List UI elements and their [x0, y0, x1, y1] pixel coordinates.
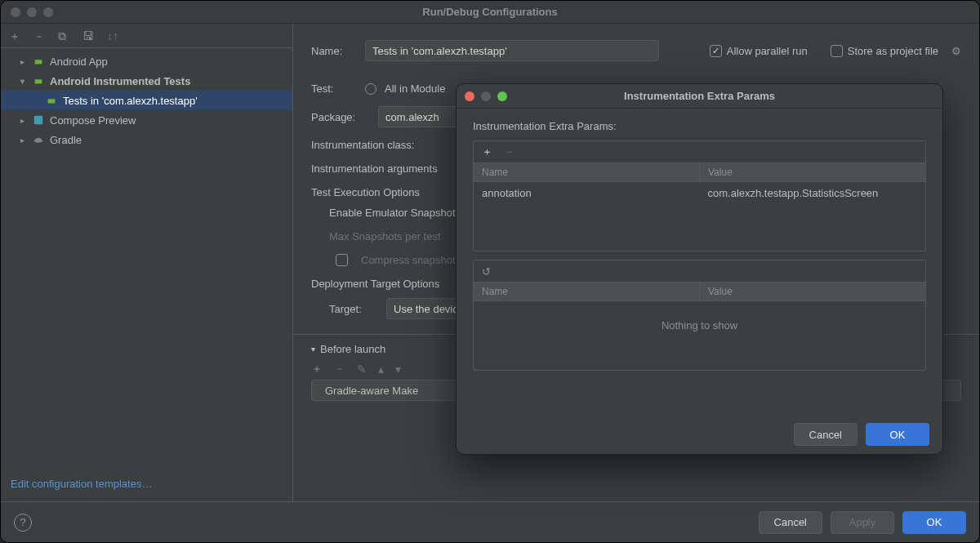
help-icon[interactable]: ?: [14, 514, 32, 532]
minimize-window-icon[interactable]: [27, 7, 37, 17]
remove-task-icon: －: [334, 362, 345, 376]
copy-config-icon[interactable]: ⧉: [58, 30, 71, 42]
param-name-cell[interactable]: annotation: [474, 187, 700, 199]
revert-icon[interactable]: ↺: [482, 265, 491, 278]
instr-class-label: Instrumentation class:: [311, 139, 414, 151]
android-test-icon: [32, 75, 45, 87]
tree-label: Android Instrumented Tests: [50, 75, 190, 87]
column-header-value[interactable]: Value: [700, 283, 925, 300]
window-traffic-lights: [11, 7, 53, 17]
remove-param-icon: －: [504, 145, 514, 159]
before-launch-label: Before launch: [320, 343, 385, 355]
table-row[interactable]: annotation com.alexzh.testapp.Statistics…: [474, 182, 925, 203]
tree-label: Compose Preview: [50, 114, 136, 127]
chevron-right-icon: ▸: [17, 116, 27, 125]
add-config-icon[interactable]: ＋: [9, 30, 22, 42]
extra-params-rows[interactable]: annotation com.alexzh.testapp.Statistics…: [474, 182, 925, 251]
store-as-file-checkbox[interactable]: Store as project file: [831, 45, 938, 57]
ok-button[interactable]: OK: [902, 511, 966, 534]
checkbox-icon: [336, 254, 348, 266]
window-title: Run/Debug Configurations: [1, 6, 979, 18]
dialog-titlebar: Instrumentation Extra Params: [457, 84, 942, 109]
zoom-dialog-icon[interactable]: [497, 91, 507, 101]
allow-parallel-label: Allow parallel run: [727, 45, 808, 57]
chevron-down-icon: ▾: [17, 77, 27, 86]
dialog-cancel-button[interactable]: Cancel: [794, 423, 858, 446]
enable-snapshots-label: Enable Emulator Snapshots: [329, 207, 461, 219]
tree-label: Gradle: [50, 134, 82, 146]
checkbox-icon: [831, 45, 843, 57]
move-up-icon: ▴: [378, 363, 384, 376]
minimize-dialog-icon: [481, 91, 491, 101]
target-label: Target:: [329, 303, 378, 315]
extra-params-table-secondary: ↺ Name Value Nothing to show: [473, 260, 926, 371]
zoom-window-icon[interactable]: [43, 7, 53, 17]
dialog-ok-button[interactable]: OK: [866, 423, 929, 446]
chevron-right-icon: ▸: [17, 136, 27, 145]
sort-config-icon: ↓↑: [107, 30, 120, 42]
column-header-name[interactable]: Name: [474, 163, 700, 181]
edit-task-icon: ✎: [357, 363, 367, 376]
compose-icon: [32, 114, 45, 126]
column-header-value[interactable]: Value: [700, 163, 925, 181]
move-down-icon: ▾: [395, 363, 401, 376]
tree-node-android-app[interactable]: ▸ Android App: [1, 51, 292, 71]
instrumentation-extra-params-dialog: Instrumentation Extra Params Instrumenta…: [456, 83, 943, 455]
package-label: Package:: [311, 111, 370, 123]
tree-label: Android App: [50, 56, 108, 68]
radio-all-in-module[interactable]: [365, 83, 376, 95]
android-test-icon: [45, 95, 58, 106]
column-header-name[interactable]: Name: [474, 283, 700, 300]
remove-config-icon[interactable]: －: [33, 30, 47, 42]
dialog-heading: Instrumentation Extra Params:: [473, 120, 926, 132]
empty-table-message: Nothing to show: [474, 301, 925, 349]
config-name-input[interactable]: [365, 40, 659, 61]
max-snapshots-label: Max Snapshots per test: [329, 230, 441, 243]
tree-node-instrumented-tests[interactable]: ▾ Android Instrumented Tests: [1, 71, 292, 91]
allow-parallel-checkbox[interactable]: Allow parallel run: [710, 45, 808, 57]
store-as-file-label: Store as project file: [848, 45, 938, 57]
apply-button: Apply: [831, 511, 894, 534]
dialog-button-bar: Cancel OK: [457, 415, 942, 454]
tree-node-gradle[interactable]: ▸ Gradle: [1, 130, 292, 149]
edit-templates-link[interactable]: Edit configuration templates…: [11, 478, 152, 490]
dialog-title: Instrumentation Extra Params: [457, 90, 942, 102]
configurations-sidebar: ＋ － ⧉ 🖫 ↓↑ ▸ Android App ▾: [1, 24, 293, 501]
dialog-button-bar: ? Cancel Apply OK: [1, 501, 979, 542]
checkbox-checked-icon: [710, 45, 722, 57]
save-config-icon[interactable]: 🖫: [82, 30, 96, 42]
chevron-right-icon: ▸: [17, 57, 27, 66]
tree-node-compose-preview[interactable]: ▸ Compose Preview: [1, 110, 292, 130]
cancel-button[interactable]: Cancel: [759, 511, 822, 534]
extra-params-table: ＋ － Name Value annotation com.alexzh.tes…: [473, 140, 926, 251]
compress-snapshots-label: Compress snapshots: [361, 254, 461, 266]
name-label: Name:: [311, 45, 357, 57]
gradle-icon: [32, 134, 45, 145]
chevron-down-icon: ▾: [311, 345, 315, 354]
android-icon: [32, 56, 45, 67]
gear-icon[interactable]: ⚙: [951, 45, 961, 57]
close-dialog-icon[interactable]: [465, 91, 474, 101]
svg-rect-0: [34, 116, 43, 125]
add-task-icon[interactable]: ＋: [311, 362, 323, 376]
all-in-module-label: All in Module: [385, 82, 445, 95]
test-label: Test:: [311, 82, 357, 95]
task-label: Gradle-aware Make: [325, 385, 418, 397]
tree-node-tests-in-package[interactable]: Tests in 'com.alexzh.testapp': [1, 91, 292, 110]
sidebar-toolbar: ＋ － ⧉ 🖫 ↓↑: [1, 24, 292, 48]
param-value-cell[interactable]: com.alexzh.testapp.StatisticsScreen: [700, 187, 926, 199]
titlebar: Run/Debug Configurations: [1, 1, 979, 24]
instr-args-label: Instrumentation arguments: [311, 162, 438, 175]
tree-label: Tests in 'com.alexzh.testapp': [63, 95, 198, 107]
configurations-tree[interactable]: ▸ Android App ▾ Android Instrumented Tes…: [1, 48, 292, 470]
add-param-icon[interactable]: ＋: [482, 145, 492, 159]
close-window-icon[interactable]: [11, 7, 20, 17]
